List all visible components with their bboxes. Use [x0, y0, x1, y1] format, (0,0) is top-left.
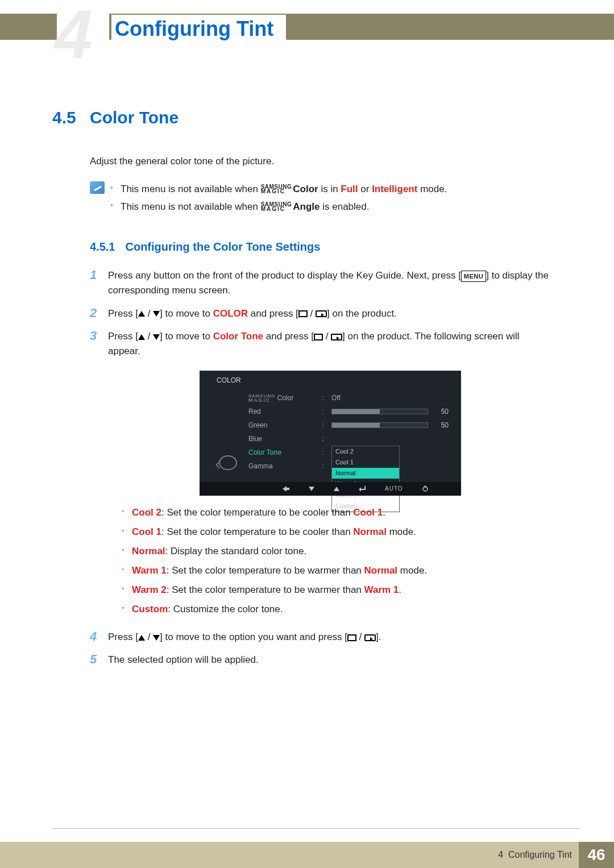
chapter-number-bg: 4	[55, 0, 93, 68]
osd-screenshot: COLOR SAMSUNGMAGICColor Red Green Blue C…	[200, 371, 461, 496]
note-pencil-icon	[90, 181, 105, 194]
osd-value-green: 50	[434, 420, 449, 431]
samsung-magic-tag: SAMSUNGMAGIC	[261, 185, 292, 194]
osd-item-color-tone: Color Tone	[240, 446, 314, 459]
arrow-down-icon	[153, 635, 160, 641]
arrow-down-icon	[153, 334, 160, 340]
osd-nav-bar: AUTO	[200, 482, 461, 496]
svg-marker-2	[334, 487, 339, 491]
subsection-number: 4.5.1	[90, 240, 115, 254]
nav-power-icon	[422, 485, 428, 492]
step-number-2: 2	[90, 306, 108, 321]
page-title: Configuring Tint	[111, 15, 286, 43]
note-line-2: This menu is not available when SAMSUNGM…	[109, 199, 553, 214]
osd-item-green: Green	[240, 418, 314, 432]
arrow-up-icon	[138, 334, 145, 340]
note-line-1: This menu is not available when SAMSUNGM…	[109, 181, 553, 197]
bullet-warm2: Warm 2: Set the color temperature to be …	[121, 582, 553, 598]
arrow-up-icon	[138, 635, 145, 641]
note-block: This menu is not available when SAMSUNGM…	[90, 181, 553, 217]
osd-title: COLOR	[200, 375, 461, 386]
display-icon	[314, 334, 323, 340]
step-4-text: Press [ / ] to move to the option you wa…	[108, 630, 553, 645]
nav-back-icon	[283, 486, 289, 492]
section-intro: Adjust the general color tone of the pic…	[90, 155, 553, 169]
footer-page-number: 46	[579, 842, 614, 868]
step-number-4: 4	[90, 630, 108, 645]
osd-slider-red	[331, 409, 428, 414]
nav-down-icon	[309, 487, 314, 491]
bullet-custom: Custom: Customize the color tone.	[121, 601, 553, 617]
osd-tone-list: Cool 2 Cool 1 Normal Warm 1 Warm 2 Custo…	[331, 446, 400, 512]
osd-item-magic-color: SAMSUNGMAGICColor	[240, 391, 314, 405]
osd-item-red: Red	[240, 405, 314, 418]
samsung-magic-tag: SAMSUNGMAGIC	[261, 202, 292, 212]
svg-marker-1	[309, 487, 314, 491]
section-number: 4.5	[52, 108, 90, 127]
nav-enter-icon	[359, 486, 366, 492]
step-number-1: 1	[90, 268, 108, 298]
footer-chapter-title: Configuring Tint	[508, 850, 572, 859]
arrow-up-icon	[138, 311, 145, 317]
osd-value-magic-color: Off	[331, 393, 341, 404]
menu-badge-icon: MENU	[461, 271, 486, 282]
step-number-5: 5	[90, 653, 108, 667]
step-2-text: Press [ / ] to move to COLOR and press […	[108, 306, 553, 321]
step-1-text: Press any button on the front of the pro…	[108, 268, 553, 298]
arrow-down-icon	[153, 311, 160, 317]
bullet-warm1: Warm 1: Set the color temperature to be …	[121, 563, 553, 579]
section-title: Color Tone	[90, 108, 179, 127]
svg-marker-0	[283, 486, 289, 492]
page-footer: 4 Configuring Tint 46	[0, 842, 614, 868]
osd-slider-green	[331, 422, 428, 428]
osd-value-red: 50	[434, 406, 449, 417]
step-number-3: 3	[90, 329, 108, 622]
source-icon	[364, 634, 376, 641]
nav-up-icon	[334, 487, 339, 491]
nav-auto-label: AUTO	[385, 484, 403, 493]
footer-chapter-number: 4	[498, 850, 503, 859]
palette-icon	[219, 455, 237, 470]
source-icon	[316, 310, 327, 317]
osd-item-gamma: Gamma	[240, 459, 314, 473]
bullet-cool2: Cool 2: Set the color temperature to be …	[121, 505, 553, 521]
display-icon	[298, 310, 308, 317]
display-icon	[347, 634, 356, 641]
bullet-cool1: Cool 1: Set the color temperature to be …	[121, 524, 553, 540]
subsection-title: Configuring the Color Tone Settings	[125, 240, 320, 254]
bullet-normal: Normal: Display the standard color tone.	[121, 543, 553, 559]
source-icon	[331, 334, 342, 340]
step-3-text: Press [ / ] to move to Color Tone and pr…	[108, 329, 553, 622]
step-5-text: The selected option will be applied.	[108, 653, 553, 667]
osd-item-blue: Blue	[240, 432, 314, 446]
